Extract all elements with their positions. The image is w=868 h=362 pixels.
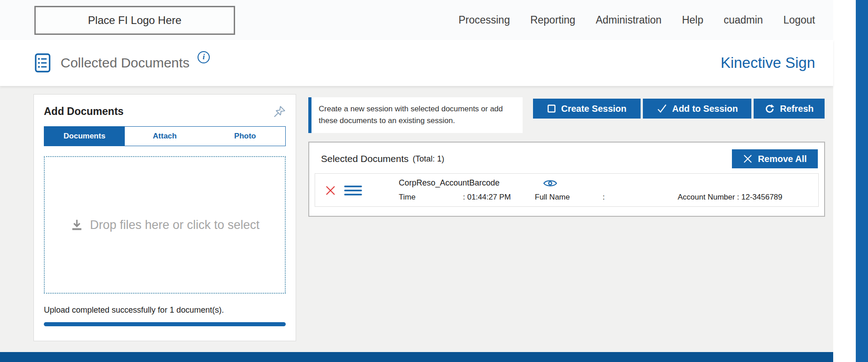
selected-documents-panel: Selected Documents (Total: 1) Remove All xyxy=(308,142,825,217)
time-value: : 01:44:27 PM xyxy=(463,193,535,202)
refresh-label: Refresh xyxy=(780,104,813,114)
drag-handle-icon[interactable] xyxy=(344,185,362,196)
upload-status-text: Upload completed successfully for 1 docu… xyxy=(44,305,286,315)
top-nav: Processing Reporting Administration Help… xyxy=(458,0,815,40)
add-to-session-label: Add to Session xyxy=(672,104,738,114)
tab-attach[interactable]: Attach xyxy=(125,127,205,146)
tab-photo[interactable]: Photo xyxy=(205,127,285,146)
preview-eye-icon[interactable] xyxy=(542,177,558,189)
refresh-button[interactable]: Refresh xyxy=(754,99,825,119)
session-info-text: Create a new session with selected docum… xyxy=(319,105,503,125)
page-title-bar: Collected Documents i Kinective Sign xyxy=(0,40,833,86)
document-name: CorpReso_AccountBarcode xyxy=(399,178,500,188)
remove-all-label: Remove All xyxy=(758,154,807,164)
file-dropzone[interactable]: Drop files here or click to select xyxy=(44,156,286,294)
add-to-session-button[interactable]: Add to Session xyxy=(643,99,751,119)
add-documents-header: Add Documents xyxy=(44,105,286,118)
document-meta: Time : 01:44:27 PM Full Name : Account N… xyxy=(399,193,783,202)
full-name-value: : xyxy=(603,193,678,202)
remove-document-icon[interactable] xyxy=(325,185,336,196)
session-info-box: Create a new session with selected docum… xyxy=(308,97,523,133)
collected-documents-icon xyxy=(34,53,52,73)
full-name-label: Full Name xyxy=(535,193,603,202)
nav-item-reporting[interactable]: Reporting xyxy=(530,14,576,26)
nav-item-logout[interactable]: Logout xyxy=(783,14,815,26)
add-documents-tabs: Documents Attach Photo xyxy=(44,126,286,146)
add-documents-card: Add Documents Documents Attach Photo xyxy=(33,94,296,341)
main-content: Add Documents Documents Attach Photo xyxy=(0,86,833,352)
footer-bar xyxy=(0,352,833,362)
nav-item-administration[interactable]: Administration xyxy=(596,14,662,26)
brand-kinective-sign: Kinective Sign xyxy=(721,40,815,86)
top-header: Place FI Logo Here Processing Reporting … xyxy=(0,0,833,40)
nav-item-cuadmin[interactable]: cuadmin xyxy=(724,14,763,26)
tab-documents[interactable]: Documents xyxy=(44,127,125,146)
create-session-button[interactable]: Create Session xyxy=(533,99,641,119)
selected-documents-header: Selected Documents (Total: 1) Remove All xyxy=(315,147,819,171)
nav-item-help[interactable]: Help xyxy=(682,14,703,26)
right-edge-bar xyxy=(856,0,868,362)
page-title-group: Collected Documents i xyxy=(34,40,210,86)
nav-item-processing[interactable]: Processing xyxy=(458,14,510,26)
dropzone-label: Drop files here or click to select xyxy=(90,218,259,232)
session-actions: Create Session Add to Session Refresh xyxy=(533,99,825,119)
pin-icon[interactable] xyxy=(273,105,286,118)
document-row: CorpReso_AccountBarcode Time : 01:44:27 … xyxy=(315,173,819,207)
fi-logo-placeholder: Place FI Logo Here xyxy=(34,6,235,35)
create-session-icon xyxy=(547,104,556,113)
checkmark-icon xyxy=(656,103,667,114)
page: Place FI Logo Here Processing Reporting … xyxy=(0,0,833,362)
page-title: Collected Documents xyxy=(61,55,189,71)
add-documents-title: Add Documents xyxy=(44,105,123,118)
account-number-text: Account Number : 12-3456789 xyxy=(678,193,783,202)
upload-progress-bar xyxy=(44,322,286,326)
create-session-label: Create Session xyxy=(561,104,627,114)
selected-documents-title: Selected Documents xyxy=(321,153,409,164)
refresh-icon xyxy=(764,104,775,114)
close-icon xyxy=(743,154,753,164)
download-icon xyxy=(70,218,84,232)
selected-documents-total: (Total: 1) xyxy=(413,154,444,164)
time-label: Time xyxy=(399,193,463,202)
remove-all-button[interactable]: Remove All xyxy=(732,149,818,168)
fi-logo-text: Place FI Logo Here xyxy=(88,14,182,27)
info-icon[interactable]: i xyxy=(198,51,210,63)
